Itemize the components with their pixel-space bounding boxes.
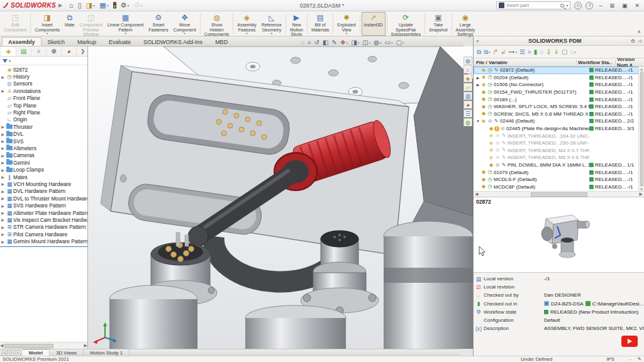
expand-icon[interactable]: ▶ <box>0 168 6 172</box>
propertymanager-tab[interactable]: ▤ <box>16 47 31 56</box>
tree-item-str-camera-hardware-pattern-1[interactable]: ▶⊞STR Camera Hardware Pattern 1 <box>0 224 87 231</box>
tree-item-top-plane[interactable]: ▱Top Plane <box>0 102 87 109</box>
expand-icon[interactable]: ▶ <box>0 160 6 165</box>
tab-assembly[interactable]: Assembly <box>2 37 42 46</box>
home-tab[interactable]: ⌂ <box>464 65 472 74</box>
configurationmanager-tab[interactable]: ⌗ <box>31 47 47 56</box>
expand-icon[interactable]: ▶ <box>475 82 480 87</box>
more-tabs-icon[interactable]: ❯ <box>80 48 87 54</box>
display-style-button[interactable]: ◫▾ <box>362 39 370 47</box>
minimize-button[interactable]: – <box>597 3 604 9</box>
featuremanager-tab[interactable]: ◈ <box>1 47 16 56</box>
solidworks-resources-tab[interactable]: ◍ <box>464 57 472 65</box>
doc-tab-model[interactable]: Model <box>23 349 50 356</box>
pdm-row[interactable]: ◆◷MCDLS-F (Default)RELEASED...-/1 <box>474 176 644 184</box>
restore-button[interactable]: ▣ <box>620 3 630 9</box>
tree-item-annotations[interactable]: ▶AAnnotations <box>0 87 87 94</box>
dropdown-icon[interactable]: ▾ <box>516 48 518 56</box>
expand-icon[interactable]: ▶ <box>0 139 6 143</box>
dropdown-icon[interactable]: ▾ <box>271 32 273 35</box>
dropdown-icon[interactable]: ▾ <box>391 39 393 47</box>
undo-button[interactable]: ↺▾ <box>132 1 144 11</box>
expand-icon[interactable]: ▶ <box>0 89 6 93</box>
expand-icon[interactable]: ▶ <box>0 75 6 79</box>
filter-dropdown-icon[interactable]: ▾ <box>9 58 11 63</box>
tab-mbd[interactable]: MBD <box>209 37 234 46</box>
appearances-tab[interactable]: ◕ <box>464 101 472 109</box>
pdm-row[interactable]: ▶◈◷01506 (No Connector)RELEASED...-/1 <box>474 81 644 89</box>
prev-tab-icon[interactable]: ‹ <box>7 350 11 356</box>
pdm-settings-gear-icon[interactable]: ⚙ <box>631 38 635 44</box>
scroll-left-icon[interactable]: ◀ <box>475 192 478 197</box>
tab-solidworks-add-ins[interactable]: SOLIDWORKS Add-Ins <box>137 37 209 46</box>
dropdown-icon[interactable]: ▾ <box>246 32 248 35</box>
ribbon-button-move-component[interactable]: ✥Move Component▾ <box>170 12 198 36</box>
next-tab-icon[interactable]: › <box>11 350 15 356</box>
dropdown-icon[interactable]: ▾ <box>346 32 348 35</box>
units-label[interactable]: IPS <box>606 356 614 362</box>
file-explorer-tab[interactable]: ▱ <box>464 83 472 91</box>
pdm-row[interactable]: ◆◷SCREW, SHCS, M5 X 0.8 MM THREAD X 16 M… <box>474 111 644 118</box>
design-library-tab[interactable]: ◈ <box>464 74 472 82</box>
dropdown-icon[interactable]: ▾ <box>574 48 576 56</box>
edit-appearance-button[interactable]: ❖▾ <box>340 39 348 47</box>
save-button[interactable]: ▦▾ <box>97 1 110 11</box>
apply-scene-button[interactable]: ▭▾ <box>385 39 393 47</box>
column-file-variable[interactable]: File / Variable <box>474 60 577 65</box>
zoom-fit-button[interactable]: ◌ <box>301 39 304 47</box>
scrollbar-thumb[interactable] <box>640 72 643 186</box>
tab-sketch[interactable]: Sketch <box>42 37 72 46</box>
tree-item-dvl-to-thruster-mount-hardware-pattern[interactable]: ▶▦DVL to Thruster Mount Hardware Pattern <box>0 195 87 202</box>
ribbon-button-bill-of-materials[interactable]: ▤Bill of Materials <box>309 12 331 36</box>
scroll-up-icon[interactable]: ▴ <box>640 67 642 71</box>
status-tag-icon[interactable]: ✎ <box>637 356 641 362</box>
pdm-row[interactable]: ◆⊖✎INSERT, THREADED, .164-32 UNC-2B ... <box>474 132 644 140</box>
collapse-ribbon-icon[interactable]: ∧ <box>637 29 641 35</box>
expand-icon[interactable]: ▶ <box>0 211 6 215</box>
expand-icon[interactable]: ▶ <box>0 189 6 194</box>
scroll-left-icon[interactable]: ◀ <box>0 343 3 348</box>
previous-view-button[interactable]: ↺ <box>314 39 319 47</box>
rebuild-stoplight-button[interactable] <box>111 1 118 11</box>
tree-item-altimeter-plate-hardware-pattern[interactable]: ▶▦Altimeter Plate Hardware Pattern <box>0 209 87 216</box>
logo-flyout-arrow[interactable]: ▶ <box>58 3 62 8</box>
expand-icon[interactable]: ▶ <box>0 225 6 229</box>
expand-icon[interactable]: ▶ <box>0 175 6 179</box>
tree-filter-row[interactable]: ▾ <box>0 57 87 65</box>
expand-icon[interactable]: ▼ <box>475 119 480 123</box>
dropdown-icon[interactable]: ▾ <box>489 48 491 56</box>
expand-icon[interactable]: ▶ <box>0 239 6 244</box>
tree-item-vis-inspect-cam-bracket-hardware[interactable]: ▶▦Vis Inspect Cam Bracket Hardware <box>0 216 87 223</box>
expand-icon[interactable]: ▶ <box>0 153 6 158</box>
pdm-pin-icon[interactable]: ⊣ <box>637 38 641 44</box>
tree-item-svs[interactable]: ▶SVS <box>0 138 87 145</box>
ribbon-button-take-snapshot[interactable]: ▣Take Snapshot <box>426 12 450 36</box>
tree-item-pilot-camera-hardware[interactable]: ▶⊞Pilot Camera Hardware <box>0 231 87 238</box>
dropdown-icon[interactable]: ▾ <box>107 3 109 8</box>
last-tab-icon[interactable]: » <box>16 350 20 356</box>
pdm-row[interactable]: ▶◈◷00204 (Default)RELEASED...-/1 <box>474 74 644 82</box>
doc-tab-3d-views[interactable]: 3D Views <box>50 349 84 356</box>
open-document-button[interactable]: ◨▾ <box>84 1 97 11</box>
tree-item-thruster[interactable]: ▶Thruster <box>0 123 87 130</box>
tile-windows-button[interactable]: ⊞ <box>608 3 616 9</box>
tree-item-loop-clamps[interactable]: ▶Loop Clamps <box>0 166 87 173</box>
zoom-area-button[interactable]: ⌗ <box>308 39 311 47</box>
tab-scroll-buttons[interactable]: « ‹ › » <box>0 349 23 356</box>
expand-icon[interactable]: ▶ <box>0 217 6 222</box>
tree-item-right-plane[interactable]: ▱Right Plane <box>0 109 87 116</box>
section-view-button[interactable]: ◧ <box>323 39 328 47</box>
pdm-horizontal-scrollbar[interactable]: ◀ ▶ <box>474 191 644 197</box>
close-button[interactable]: ✕ <box>633 3 641 9</box>
view-palette-tab[interactable]: ▥ <box>464 92 472 100</box>
help-icon[interactable]: ? <box>586 2 593 9</box>
tree-item-history[interactable]: ▶◷History <box>0 73 87 80</box>
search-button[interactable]: ◌▾ <box>570 48 575 56</box>
tree-item-gemini[interactable]: ▶Gemini <box>0 159 87 166</box>
ribbon-button-smart-fasteners[interactable]: ⚙Smart Fasteners <box>146 12 170 36</box>
dropdown-icon[interactable]: ▾ <box>380 39 382 47</box>
search-scope-icon[interactable] <box>499 3 504 8</box>
expand-icon[interactable]: ▶ <box>0 182 6 186</box>
pdm-row[interactable]: ◆⊖✎PIN, DOWEL, 6MM DIA X 16MM L, 316...R… <box>474 162 644 169</box>
bom-view-button[interactable]: ☰ <box>519 48 525 56</box>
